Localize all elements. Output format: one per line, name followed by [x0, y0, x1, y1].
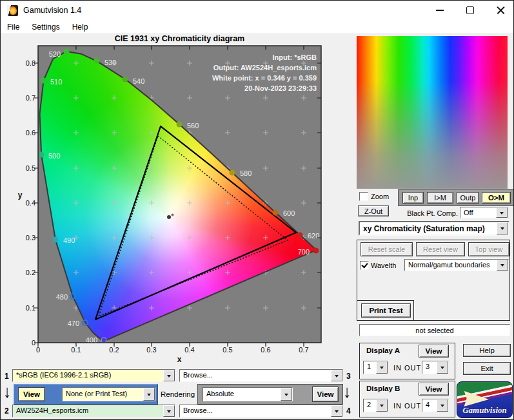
wavelength-label-620: 620: [308, 232, 319, 240]
dropdown-button[interactable]: [331, 405, 342, 417]
annotation-white-point: White point: x = 0.346 y = 0.359: [130, 73, 317, 83]
y-tick: 0: [32, 339, 35, 347]
y-tick: 0.1: [26, 304, 35, 312]
view-mode-select[interactable]: xy Chromaticity (Saturation map): [359, 221, 509, 236]
wavelength-dot-500: [39, 152, 44, 158]
exit-button[interactable]: Exit: [463, 362, 511, 375]
menu-file[interactable]: File: [6, 22, 21, 32]
wavelth-checkbox[interactable]: [360, 261, 369, 270]
browse-input-select[interactable]: Browse...: [179, 369, 343, 382]
rendering-label: Rendering: [161, 390, 195, 398]
rendering-select[interactable]: Absolute: [203, 387, 293, 401]
maximize-button[interactable]: [456, 1, 484, 20]
app-icon: [7, 5, 18, 16]
menu-settings[interactable]: Settings: [30, 22, 61, 32]
x-tick: 0.1: [71, 346, 81, 354]
display-b-title: Display B: [366, 385, 400, 392]
saturation-map-image[interactable]: [357, 36, 508, 189]
input-profile-value: *sRGB (IEC6 1996-2.1 sRGB): [13, 370, 163, 381]
chevron-down-icon: [440, 405, 444, 409]
slot-3-label: 3: [346, 372, 351, 381]
reset-view-button[interactable]: Reset view: [416, 242, 465, 256]
wavelength-dot-620: [297, 233, 303, 238]
dropdown-button[interactable]: [437, 399, 448, 412]
wavelength-dot-490: [53, 237, 59, 243]
top-view-button[interactable]: Top view: [468, 242, 509, 256]
y-tick: 0.3: [26, 234, 35, 242]
wavelength-label-500: 500: [48, 152, 60, 160]
dropdown-button[interactable]: [496, 207, 508, 218]
browse-input-value: Browse...: [180, 370, 331, 381]
menu-help[interactable]: Help: [71, 22, 90, 32]
i-to-m-button[interactable]: I>M: [427, 192, 453, 204]
display-b-view-button[interactable]: View: [419, 383, 449, 396]
o-to-m-button[interactable]: O>M: [482, 192, 511, 204]
gamutvision-logo: Gamutvision: [457, 381, 513, 418]
wavelength-dot-580: [230, 170, 235, 176]
white-point-marker-2: [172, 214, 174, 216]
dropdown-button[interactable]: [437, 361, 448, 374]
black-pt-comp-select[interactable]: Off: [460, 207, 508, 218]
dropdown-button[interactable]: [163, 370, 175, 381]
wavelength-dot-530: [94, 58, 100, 64]
wavelength-label-530: 530: [104, 59, 116, 66]
dropdown-button[interactable]: [497, 222, 508, 234]
chevron-down-icon: [167, 410, 171, 415]
menu-bar: File Settings Help: [1, 20, 513, 34]
chevron-down-icon: [500, 212, 504, 216]
boundaries-value: Normal/gamut boundaries: [405, 260, 497, 271]
dropdown-button[interactable]: [331, 370, 342, 381]
wavelength-label-490: 490: [63, 236, 75, 244]
intent-value: None (or Print Test): [63, 388, 143, 401]
y-tick: 0.2: [26, 269, 35, 276]
display-b-out-select[interactable]: 4: [422, 399, 449, 412]
display-a-view-button[interactable]: View: [419, 345, 449, 358]
white-point-marker: [167, 215, 171, 219]
wavelength-dot-700: [313, 248, 319, 254]
zoom-checkbox[interactable]: [359, 192, 368, 201]
output-gamut-triangle: [95, 126, 296, 320]
view-output-button[interactable]: View: [312, 387, 339, 402]
close-button[interactable]: [486, 1, 514, 20]
browse-output-value: Browse...: [180, 405, 331, 417]
x-tick: 0.5: [222, 346, 232, 354]
dropdown-button[interactable]: [376, 361, 388, 374]
wavelength-dot-560: [177, 122, 183, 128]
view-mode-value: xy Chromaticity (Saturation map): [360, 222, 497, 234]
display-b-in-select[interactable]: 2: [363, 399, 388, 412]
dropdown-button[interactable]: [281, 388, 292, 401]
x-tick: 0.7: [299, 346, 308, 354]
spectral-locus-outline: [40, 52, 317, 341]
maximize-icon: [466, 6, 474, 14]
display-a-in-select[interactable]: 1: [363, 361, 388, 374]
black-pt-comp-label: Black Pt. Comp.: [404, 209, 458, 217]
output-profile-select[interactable]: AW2524H_esports.icm: [12, 405, 175, 417]
wavelth-label: Wavelth: [371, 262, 396, 269]
down-arrow-icon: ↓: [3, 382, 12, 401]
input-profile-select[interactable]: *sRGB (IEC6 1996-2.1 sRGB): [12, 369, 175, 382]
down-arrow-icon: ↓: [343, 382, 351, 401]
outp-button[interactable]: Outp: [457, 192, 479, 204]
dropdown-button[interactable]: [497, 260, 508, 271]
z-out-button[interactable]: Z-Out: [358, 205, 389, 216]
dropdown-button[interactable]: [143, 388, 155, 401]
wavelength-dot-520: [64, 49, 70, 55]
help-button[interactable]: Help: [463, 344, 511, 357]
inp-button[interactable]: Inp: [402, 192, 424, 204]
view-input-button[interactable]: View: [18, 387, 45, 401]
y-tick: 0.8: [26, 59, 35, 67]
boundaries-select[interactable]: Normal/gamut boundaries: [404, 259, 509, 271]
dropdown-button[interactable]: [376, 399, 388, 412]
intent-select[interactable]: None (or Print Test): [62, 387, 155, 401]
x-axis-label: x: [177, 355, 182, 364]
display-a-out-select[interactable]: 3: [422, 361, 449, 374]
minimize-button[interactable]: [426, 1, 454, 20]
print-test-button[interactable]: Print Test: [361, 303, 411, 318]
browse-output-select[interactable]: Browse...: [179, 405, 343, 417]
minimize-icon: [436, 10, 444, 11]
chevron-down-icon: [500, 264, 504, 269]
reset-scale-button[interactable]: Reset scale: [361, 242, 413, 256]
chevron-down-icon: [440, 367, 444, 371]
dropdown-button[interactable]: [163, 405, 175, 417]
y-tick: 0.5: [26, 164, 35, 172]
